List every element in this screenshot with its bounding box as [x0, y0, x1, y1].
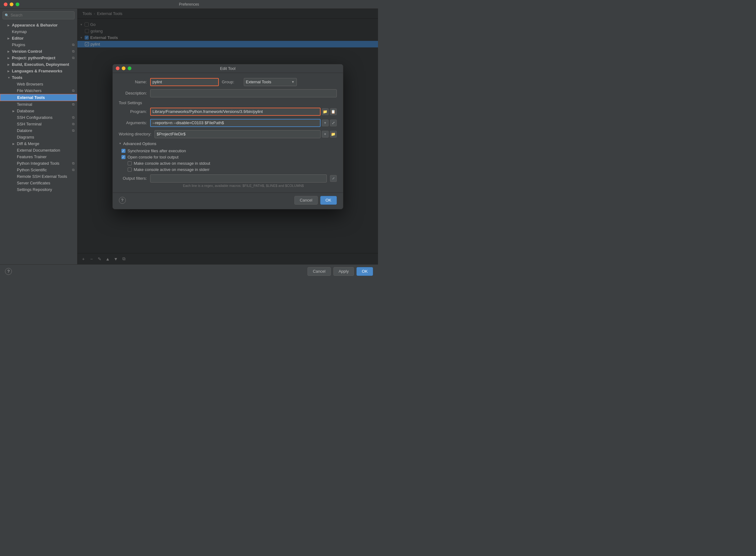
sidebar-item-plugins[interactable]: Plugins ⧉ [0, 41, 77, 48]
sidebar-item-remote-ssh[interactable]: Remote SSH External Tools [0, 173, 77, 180]
arrow-icon: ▶ [12, 109, 15, 113]
group-select[interactable]: External Tools ▼ [244, 78, 297, 86]
working-dir-label: Working directory: [119, 132, 152, 136]
working-dir-row: Working directory: + 📁 [119, 130, 337, 138]
sidebar-item-label: Database [17, 109, 34, 113]
sidebar-item-label: Version Control [12, 49, 42, 54]
dialog-close-button[interactable] [116, 66, 120, 70]
sidebar-item-terminal[interactable]: Terminal ⧉ [0, 101, 77, 108]
dialog-ok-button[interactable]: OK [320, 196, 337, 205]
sidebar-item-web-browsers[interactable]: Web Browsers [0, 81, 77, 88]
advanced-header[interactable]: ▼ Advanced Options [119, 141, 337, 146]
maximize-button[interactable] [15, 2, 19, 6]
arguments-input[interactable] [150, 119, 321, 127]
sidebar-item-server-certs[interactable]: Server Certificates [0, 180, 77, 186]
sidebar-item-python-scientific[interactable]: Python Scientific ⧉ [0, 167, 77, 173]
arrow-icon: ▼ [7, 76, 11, 79]
arguments-expand-button[interactable]: ⤢ [330, 119, 337, 126]
sidebar-item-build[interactable]: ▶ Build, Execution, Deployment [0, 61, 77, 68]
sidebar-item-python-integrated[interactable]: Python Integrated Tools ⧉ [0, 160, 77, 167]
program-browse-folder-button[interactable]: 📁 [322, 108, 329, 115]
dialog-maximize-button[interactable] [128, 66, 131, 70]
open-console-checkbox[interactable]: ✓ [122, 155, 126, 159]
arrow-icon: ▶ [7, 37, 11, 40]
sidebar: 🔍 ▶ Appearance & Behavior Keymap ▶ Edito… [0, 9, 77, 264]
sidebar-item-label: External Tools [17, 95, 45, 100]
sidebar-item-datalore[interactable]: Datalore ⧉ [0, 127, 77, 134]
console-stderr-label: Make console active on message in stderr [134, 167, 210, 172]
sidebar-item-editor[interactable]: ▶ Editor [0, 35, 77, 41]
content-area: Tools › External Tools ▼ Go golang ▼ ✓ E… [77, 9, 378, 264]
sidebar-item-diff-merge[interactable]: ▶ Diff & Merge [0, 140, 77, 147]
advanced-arrow-icon: ▼ [119, 142, 122, 145]
arguments-add-button[interactable]: + [322, 119, 329, 126]
sidebar-item-ssh-configurations[interactable]: SSH Configurations ⧉ [0, 114, 77, 121]
sidebar-item-project[interactable]: ▶ Project: pythonProject ⧉ [0, 55, 77, 61]
description-label: Description: [119, 91, 147, 96]
output-filters-input[interactable] [150, 174, 327, 182]
sidebar-item-file-watchers[interactable]: File Watchers ⧉ [0, 88, 77, 94]
output-filters-row: Output filters: ⤢ [119, 174, 337, 182]
program-row: Program: 📁 📋 [119, 108, 337, 116]
arguments-row: Arguments: + ⤢ [119, 119, 337, 127]
sidebar-item-version-control[interactable]: ▶ Version Control ⧉ [0, 48, 77, 55]
console-stdout-checkbox[interactable] [128, 161, 132, 165]
sidebar-item-appearance[interactable]: ▶ Appearance & Behavior [0, 22, 77, 28]
sidebar-item-database[interactable]: ▶ Database [0, 108, 77, 114]
name-group-row: Name: Group: External Tools ▼ [119, 78, 337, 86]
working-dir-add-button[interactable]: + [322, 131, 329, 138]
sidebar-item-settings-repo[interactable]: Settings Repository [0, 186, 77, 193]
help-button[interactable]: ? [119, 197, 126, 204]
program-input[interactable] [150, 108, 321, 116]
sidebar-item-label: File Watchers [17, 88, 41, 93]
sidebar-item-label: Features Trainer [17, 154, 46, 159]
output-filters-label: Output filters: [119, 176, 147, 181]
minimize-button[interactable] [10, 2, 13, 6]
sidebar-item-features-trainer[interactable]: Features Trainer [0, 153, 77, 160]
sidebar-item-label: Editor [12, 36, 24, 41]
tool-settings-title: Tool Settings [119, 101, 337, 105]
sidebar-item-label: Python Scientific [17, 168, 47, 172]
global-cancel-button[interactable]: Cancel [307, 267, 331, 276]
arrow-icon: ▶ [7, 24, 11, 27]
sidebar-item-label: Remote SSH External Tools [17, 174, 67, 179]
group-select-text: External Tools [246, 79, 290, 84]
search-icon: 🔍 [5, 13, 9, 18]
open-console-row: ✓ Open console for tool output [119, 155, 337, 160]
sidebar-item-languages[interactable]: ▶ Languages & Frameworks [0, 68, 77, 74]
sidebar-item-tools[interactable]: ▼ Tools [0, 74, 77, 81]
program-browse-file-button[interactable]: 📋 [330, 108, 337, 115]
output-filters-expand-button[interactable]: ⤢ [330, 175, 337, 182]
arrow-icon: ▶ [7, 57, 11, 60]
copy-icon: ⧉ [72, 43, 75, 47]
sidebar-item-ssh-terminal[interactable]: SSH Terminal ⧉ [0, 121, 77, 127]
window-title: Preferences [179, 2, 199, 6]
sidebar-nav: ▶ Appearance & Behavior Keymap ▶ Editor … [0, 22, 77, 264]
copy-icon: ⧉ [72, 115, 75, 119]
sidebar-item-label: SSH Terminal [17, 122, 41, 126]
description-input[interactable] [150, 89, 337, 97]
sidebar-item-diagrams[interactable]: Diagrams [0, 134, 77, 140]
dialog-cancel-button[interactable]: Cancel [294, 196, 318, 205]
bottom-bar: ? Cancel Apply OK [0, 264, 378, 278]
working-dir-browse-button[interactable]: 📁 [330, 131, 337, 138]
dialog-footer: ? Cancel OK [113, 193, 343, 209]
name-input[interactable] [150, 78, 219, 86]
main-container: 🔍 ▶ Appearance & Behavior Keymap ▶ Edito… [0, 9, 378, 264]
search-input[interactable] [11, 13, 72, 18]
arrow-icon: ▶ [7, 50, 11, 53]
global-help-button[interactable]: ? [5, 268, 12, 275]
sidebar-item-external-docs[interactable]: External Documentation [0, 147, 77, 153]
close-button[interactable] [4, 2, 7, 6]
open-console-label: Open console for tool output [128, 155, 178, 160]
search-box[interactable]: 🔍 [2, 11, 75, 19]
sidebar-item-keymap[interactable]: Keymap [0, 28, 77, 35]
dialog-minimize-button[interactable] [122, 66, 126, 70]
title-bar: Preferences [0, 0, 378, 9]
working-dir-input[interactable] [155, 130, 320, 138]
global-apply-button[interactable]: Apply [333, 267, 354, 276]
console-stderr-checkbox[interactable] [128, 168, 132, 172]
sync-files-checkbox[interactable]: ✓ [122, 149, 126, 153]
global-ok-button[interactable]: OK [357, 267, 373, 276]
sidebar-item-external-tools[interactable]: External Tools [0, 94, 77, 101]
